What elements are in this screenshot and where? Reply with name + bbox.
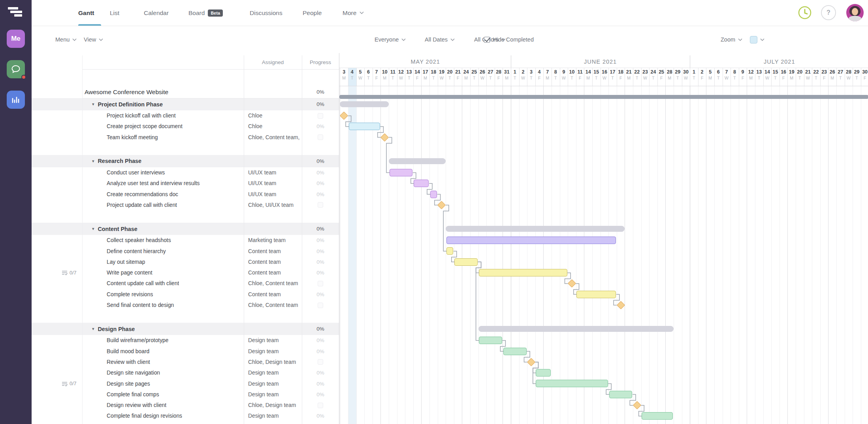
task-row[interactable]: Design review with clientChloe, Design t… bbox=[32, 400, 339, 411]
gantt-bar-conduct-user-interviews[interactable] bbox=[390, 169, 413, 176]
phase-row[interactable]: ▾Research Phase0% bbox=[32, 155, 339, 167]
task-row[interactable]: Build mood boardDesign team0% bbox=[32, 346, 339, 357]
phase-row[interactable]: ▾Content Phase0% bbox=[32, 223, 339, 235]
checklist-indicator[interactable]: 0/7 bbox=[62, 378, 76, 389]
checklist-indicator[interactable]: 0/7 bbox=[62, 267, 76, 278]
gantt-bar-define-content-hierarchy[interactable] bbox=[446, 247, 454, 255]
gantt-bar-design-site-pages[interactable] bbox=[536, 380, 608, 387]
task-assigned: Chloe, Design team bbox=[248, 400, 301, 411]
gantt-bar-lay-out-sitemap[interactable] bbox=[454, 258, 478, 266]
task-row[interactable]: Review with clientChloe, Design team bbox=[32, 357, 339, 367]
task-row[interactable]: Project kickoff call with clientChloe bbox=[32, 110, 339, 121]
task-name: Send final content to design bbox=[107, 300, 174, 310]
tab-list[interactable]: List bbox=[110, 0, 119, 26]
day-column-header: 25F bbox=[657, 68, 666, 86]
phase-bar-content-phase[interactable] bbox=[446, 226, 625, 232]
collapse-icon[interactable]: ▾ bbox=[92, 326, 94, 331]
tab-more[interactable]: More bbox=[343, 0, 364, 26]
task-row[interactable]: Create recommendations docUI/UX team0% bbox=[32, 189, 339, 200]
milestone-checkbox[interactable] bbox=[318, 202, 323, 208]
task-row[interactable]: Lay out sitemapContent team0% bbox=[32, 257, 339, 267]
task-row[interactable]: Collect speaker headshotsMarketing team0… bbox=[32, 235, 339, 246]
phase-bar-project-definition-phase[interactable] bbox=[340, 101, 389, 107]
horizontal-scrollbar[interactable] bbox=[339, 95, 868, 99]
view-dropdown[interactable]: View bbox=[84, 26, 103, 53]
phase-bar-research-phase[interactable] bbox=[389, 158, 446, 164]
task-row[interactable]: Send final content to designChloe, Conte… bbox=[32, 300, 339, 310]
task-row[interactable]: Team kickoff meetingChloe, Content team, bbox=[32, 132, 339, 143]
gantt-bar-create-project-scope-document[interactable] bbox=[349, 123, 380, 130]
gantt-bar-build-wireframe-prototype[interactable] bbox=[479, 337, 502, 344]
hide-completed-checkbox[interactable]: Hide Completed bbox=[484, 26, 534, 53]
milestone-checkbox[interactable] bbox=[318, 403, 323, 408]
day-grid-line bbox=[543, 68, 544, 86]
milestone-checkbox[interactable] bbox=[318, 113, 323, 119]
tab-board[interactable]: BoardBeta bbox=[188, 0, 223, 26]
gantt-bar-write-page-content[interactable] bbox=[479, 269, 567, 276]
milestone-checkbox[interactable] bbox=[318, 134, 323, 140]
task-row[interactable]: Create project scope documentChloe0% bbox=[32, 121, 339, 132]
collapse-icon[interactable]: ▾ bbox=[92, 159, 94, 164]
phase-bar-design-phase[interactable] bbox=[478, 326, 674, 332]
tab-discussions[interactable]: Discussions bbox=[250, 0, 282, 26]
milestone-checkbox[interactable] bbox=[318, 281, 323, 286]
task-row[interactable]: Conduct user interviewsUI/UX team0% bbox=[32, 167, 339, 178]
tab-gantt[interactable]: Gantt bbox=[78, 0, 94, 26]
task-row[interactable]: Define content hierarchyContent team0% bbox=[32, 246, 339, 256]
gantt-chart: MAY 2021JUNE 2021JULY 202130F3M4T5W6T7F1… bbox=[339, 53, 868, 424]
milestone-checkbox[interactable] bbox=[318, 359, 323, 365]
sidebar-tile-charts[interactable] bbox=[7, 91, 25, 109]
task-row[interactable]: 0/7Design site pagesDesign team0% bbox=[32, 378, 339, 389]
sidebar-tile-me[interactable]: Me bbox=[7, 30, 25, 48]
avatar[interactable] bbox=[846, 4, 864, 21]
teamgantt-logo-icon[interactable] bbox=[8, 7, 22, 17]
day-grid-line bbox=[804, 68, 804, 86]
clock-icon[interactable] bbox=[797, 5, 813, 21]
day-column-header: 1T bbox=[511, 68, 519, 86]
filter-all-dates[interactable]: All Dates bbox=[425, 26, 455, 53]
gantt-bar-analyze-user-test-and-interview-results[interactable] bbox=[414, 180, 429, 187]
tab-calendar[interactable]: Calendar bbox=[144, 0, 169, 26]
task-assigned: Chloe, UI/UX team bbox=[248, 200, 301, 210]
task-row[interactable]: Complete final compsDesign team0% bbox=[32, 389, 339, 400]
task-row[interactable]: Analyze user test and interview resultsU… bbox=[32, 178, 339, 189]
phase-progress: 0% bbox=[302, 323, 339, 335]
day-grid-line bbox=[601, 68, 601, 86]
help-icon[interactable]: ? bbox=[821, 5, 837, 21]
task-row[interactable]: 0/7Write page contentContent team0% bbox=[32, 267, 339, 278]
task-row[interactable]: Complete final design revisionsDesign te… bbox=[32, 411, 339, 421]
day-column-header: 21M bbox=[625, 68, 633, 86]
phase-row[interactable]: ▾Project Definition Phase0% bbox=[32, 98, 339, 110]
task-row[interactable]: Complete revisionsContent team0% bbox=[32, 289, 339, 300]
task-row[interactable]: Project update call with clientChloe, UI… bbox=[32, 200, 339, 210]
filter-everyone[interactable]: Everyone bbox=[375, 26, 406, 53]
collapse-icon[interactable]: ▾ bbox=[92, 226, 94, 231]
phase-name: ▾Design Phase bbox=[92, 323, 135, 335]
tab-people[interactable]: People bbox=[303, 0, 322, 26]
project-content: Assigned Progress Awesome Conference Web… bbox=[32, 53, 868, 424]
task-row[interactable]: Design site navigationDesign team0% bbox=[32, 367, 339, 378]
gantt-bar-complete-revisions[interactable] bbox=[576, 291, 616, 298]
gantt-bar-create-recommendations-doc[interactable] bbox=[430, 191, 437, 198]
gantt-bar-design-site-navigation[interactable] bbox=[536, 369, 551, 377]
day-column-header: 22T bbox=[633, 68, 641, 86]
day-column-header: 4F bbox=[535, 68, 544, 86]
project-row[interactable]: Awesome Conference Website0% bbox=[32, 86, 339, 98]
zoom-dropdown[interactable]: Zoom bbox=[721, 26, 742, 53]
task-row[interactable]: Build wireframe/prototypeDesign team0% bbox=[32, 335, 339, 346]
milestone-checkbox[interactable] bbox=[318, 303, 323, 308]
gantt-bar-build-mood-board[interactable] bbox=[503, 348, 527, 355]
month-label-july-2021: JULY 2021 bbox=[690, 55, 868, 68]
gantt-bar-complete-final-design-revisions[interactable] bbox=[642, 412, 673, 420]
gantt-bar-collect-speaker-headshots[interactable] bbox=[446, 237, 616, 244]
day-column-header: 4T bbox=[348, 68, 356, 86]
color-filter-dropdown[interactable] bbox=[750, 26, 764, 53]
gantt-bar-complete-final-comps[interactable] bbox=[609, 391, 633, 398]
task-name: Project kickoff call with client bbox=[107, 110, 176, 121]
sidebar-tile-chat[interactable] bbox=[7, 60, 25, 78]
collapse-icon[interactable]: ▾ bbox=[92, 102, 94, 107]
phase-row[interactable]: ▾Design Phase0% bbox=[32, 323, 339, 335]
menu-dropdown[interactable]: Menu bbox=[55, 26, 77, 53]
task-row[interactable]: Content update call with clientChloe, Co… bbox=[32, 278, 339, 289]
checkbox-checked-icon[interactable] bbox=[484, 37, 490, 43]
